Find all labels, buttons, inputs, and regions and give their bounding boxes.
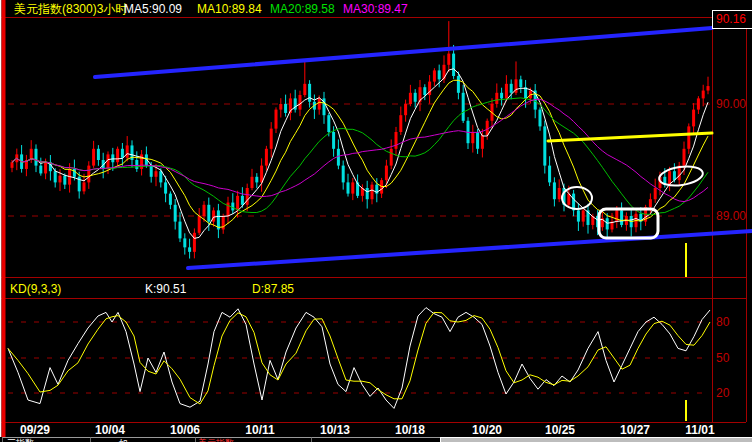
candle-body [471,132,474,143]
candle-body [174,205,177,222]
candle-body [59,176,62,183]
candle-body [97,149,100,160]
candle-body [126,145,129,157]
candle-body [30,149,33,160]
candle-body [121,149,124,158]
candle-body [11,162,14,168]
candle-body [351,182,354,193]
candle-body [35,149,38,166]
candle-body [265,149,268,166]
chart-canvas[interactable] [0,0,752,442]
candle-body [505,84,508,99]
candle-body [44,162,47,173]
candle-body [447,54,450,65]
date-label: 10/20 [472,424,502,437]
candle-body [63,176,66,185]
kd-k-value: K:90.51 [145,282,186,296]
taskbar-button[interactable]: 美元指数 [195,437,312,442]
candle-body [92,149,95,166]
candle-body [275,110,278,129]
candle-body [135,160,138,169]
candle-body [649,199,652,207]
date-label: 10/18 [395,424,425,437]
candle-body [399,115,402,132]
candle-body [318,98,321,109]
candle-body [303,84,306,95]
candle-body [390,149,393,166]
instrument-title: 美元指数(8300)3小时 [14,2,127,16]
candle-body [548,166,551,183]
candle-body [582,210,585,221]
price-axis-label: 89.00 [716,209,746,223]
date-label: 10/13 [320,424,350,437]
candle-body [327,115,330,132]
candle-body [404,104,407,115]
candle-body [164,182,167,193]
candle-body [179,222,182,239]
date-label: 10/25 [545,424,575,437]
candle-body [462,93,465,121]
candle-body [481,135,484,148]
kd-axis-label: 80 [716,315,729,329]
kd-d-value: D:87.85 [252,282,294,296]
candle-body [543,126,546,165]
candle-body [347,182,350,193]
taskbar-button[interactable] [311,437,443,442]
candle-body [366,188,369,199]
candle-body [299,95,302,110]
taskbar-button[interactable]: 三指数 [2,437,92,442]
candle-body [414,93,417,102]
candle-body [87,166,90,183]
date-axis: 09/2910/0410/0610/1110/1310/1810/2010/25… [0,424,752,437]
candle-body [169,194,172,205]
candle-body [433,70,436,81]
candle-body [500,93,503,99]
candle-body [385,166,388,181]
candle-body [107,154,110,169]
candle-body [697,98,700,109]
candle-body [615,210,618,221]
candle-body [150,166,153,177]
candle-body [241,196,244,205]
trendline [95,28,712,77]
candle-body [606,218,609,229]
date-label: 09/29 [20,424,50,437]
candle-body [409,93,412,104]
current-price-value: 90.16 [716,12,746,26]
candle-body [193,233,196,252]
ma20-label: MA20:89.58 [270,2,335,16]
candle-body [423,87,426,95]
ma5-label: MA5:90.09 [124,2,182,16]
ma30-label: MA30:89.47 [343,2,408,16]
candle-body [654,188,657,199]
candle-body [203,205,206,216]
candle-body [183,238,186,247]
candle-body [207,205,210,222]
candle-body [620,210,623,225]
candle-body [495,93,498,104]
date-label: 10/27 [620,424,650,437]
candle-body [687,126,690,148]
date-label: 11/01 [685,424,714,437]
kd-axis-label: 20 [716,386,729,400]
candle-body [438,70,441,79]
candle-body [395,132,398,149]
candle-body [159,171,162,182]
candle-body [188,247,191,251]
ma10-label: MA10:89.84 [197,2,262,16]
candle-body [683,149,686,166]
date-label: 10/06 [170,424,200,437]
candle-body [212,210,215,221]
candle-body [251,177,254,188]
candle-body [39,166,42,174]
candle-body [155,171,158,177]
candle-body [558,188,561,199]
candle-body [577,210,580,221]
trading-app-window: 美元指数(8300)3小时 MA5:90.09 MA10:89.84 MA20:… [0,0,752,442]
candle-body [332,132,335,149]
taskbar: 三指数如美元指数 [0,437,752,442]
trendline [188,231,752,268]
taskbar-panel[interactable] [440,437,752,442]
candle-body [476,132,479,149]
left-edge-highlight [0,0,2,442]
